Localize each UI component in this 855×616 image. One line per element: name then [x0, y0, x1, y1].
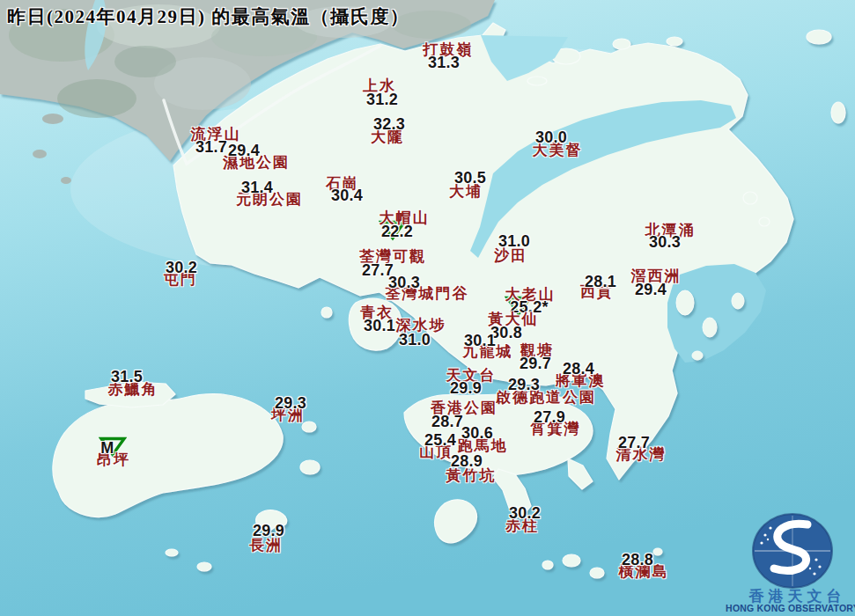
station-value: 28.1	[585, 273, 616, 291]
station-value: 29.7	[520, 355, 551, 373]
station-value: 31.3	[428, 54, 460, 72]
station-value: 31.0	[498, 232, 530, 251]
station-value: 30.3	[649, 233, 681, 252]
station-value: 25.4	[424, 431, 456, 450]
station-value: 27.7	[618, 434, 650, 452]
station-value: 30.4	[331, 187, 363, 205]
station-value: 30.2	[509, 504, 541, 523]
station-value: 31.2	[366, 91, 398, 109]
station-value: 28.8	[622, 551, 653, 569]
station-value: 29.9	[450, 379, 482, 398]
station-value: 28.7	[431, 413, 463, 431]
station-value: 30.2	[166, 259, 197, 277]
station-value: 29.3	[275, 394, 306, 413]
station-value: 31.4	[241, 179, 273, 197]
station-value: 30.6	[461, 424, 493, 443]
max-temperature-map: 昨日(2024年04月29日) 的最高氣溫（攝氏度） 打鼓嶺 31.3 上水 3…	[0, 0, 855, 616]
station-value: 28.4	[563, 360, 594, 378]
station-value: 27.9	[534, 408, 565, 427]
station-value: 32.3	[373, 115, 405, 134]
station-value: 28.9	[451, 452, 483, 471]
station-value: 30.1	[364, 317, 395, 335]
station-value: 30.5	[454, 169, 486, 187]
station-value: 31.5	[111, 368, 143, 386]
hko-logo-name-en: HONG KONG OBSERVATORY	[726, 603, 855, 613]
stations-layer: 打鼓嶺 31.3 上水 31.2 大隴 32.3 流浮山 31.7 濕地公園 2…	[0, 0, 855, 616]
station-value: 31.0	[399, 331, 431, 349]
station-value: 29.4	[635, 281, 667, 299]
station-value: 30.3	[388, 274, 420, 292]
station-value: 29.4	[228, 142, 260, 160]
hko-logo-icon	[744, 512, 841, 593]
station-value: 22.2	[381, 223, 413, 241]
station-value: M	[100, 439, 114, 458]
station-value: 29.3	[508, 376, 540, 394]
station-value: 30.1	[464, 332, 496, 350]
station-value: 30.0	[535, 128, 567, 147]
station-value: 29.9	[253, 522, 284, 540]
